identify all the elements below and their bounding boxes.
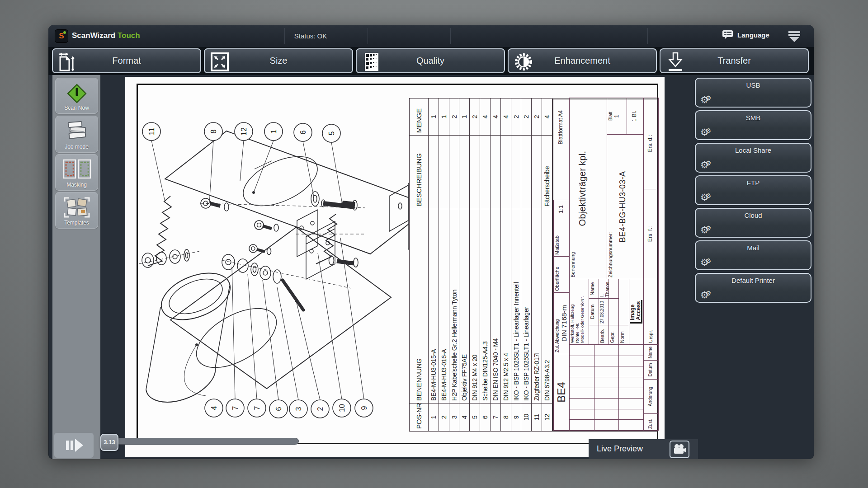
language-selector[interactable]: Language (722, 30, 769, 42)
table-row: 10IKO - BSP 1025SLT1 - Linearlager2 (521, 99, 532, 432)
app-title-main: ScanWizard (72, 31, 115, 40)
table-row: 6Scheibe DIN125-A4.34 (480, 99, 491, 432)
transfer-ftp-label: FTP (696, 179, 811, 187)
transfer-local-share-button[interactable]: Local Share ⚙⚙ (695, 143, 811, 173)
tab-transfer[interactable]: Transfer (660, 48, 809, 73)
titleblock-bearb-name: I. Thanos (599, 279, 609, 299)
pause-play-button[interactable] (54, 433, 94, 458)
transfer-destinations-panel: USB ⚙⚙ SMB ⚙⚙ Local Share ⚙⚙ FTP ⚙⚙ Clou… (665, 75, 814, 459)
transfer-ftp-button[interactable]: FTP ⚙⚙ (695, 175, 811, 205)
balloon-label: 5 (328, 131, 335, 135)
transfer-smb-label: SMB (696, 114, 811, 122)
templates-button[interactable]: Templates (55, 192, 98, 229)
revision-name: Name (643, 344, 659, 361)
balloon-label: 12 (240, 127, 248, 136)
topbar-separator (647, 28, 648, 44)
scan-now-label: Scan Now (56, 105, 98, 111)
tab-size-label: Size (205, 49, 352, 72)
live-preview-camera-button[interactable] (670, 441, 689, 458)
left-sidebar: Scan Now Job mode Masking (52, 75, 100, 459)
balloon-label: 10 (338, 404, 346, 412)
table-row: 12DIN 6798-A3.2Fächerscheibe4 (542, 99, 552, 432)
revision-grid (569, 345, 644, 431)
gears-icon: ⚙⚙ (700, 258, 711, 267)
balloon-label: 8 (210, 129, 217, 133)
balloon-label: 11 (148, 128, 156, 136)
revision-zust: Zust. (643, 413, 659, 431)
tab-transfer-label: Transfer (660, 49, 808, 72)
transfer-smb-button[interactable]: SMB ⚙⚙ (695, 110, 811, 140)
menu-dropdown-button[interactable] (786, 29, 802, 43)
app-title-suffix: Touch (118, 31, 140, 40)
table-row: 8DIN 912 M2.5 x 44 (500, 99, 511, 432)
titleblock-ers-d: Ers. d.: (643, 98, 659, 189)
transfer-usb-button[interactable]: USB ⚙⚙ (695, 78, 811, 108)
language-label: Language (737, 31, 769, 39)
topbar-separator (368, 28, 368, 44)
scan-now-button[interactable]: Scan Now (55, 78, 98, 114)
job-mode-books-icon (64, 120, 90, 143)
balloon-label: 2 (316, 407, 324, 411)
titleblock-drawing-number: Zeichnungsnummer: BE4-BG-HU3-03-A (607, 134, 644, 279)
titleblock-blank-cell (609, 298, 619, 325)
titleblock-be4: BE4 (553, 354, 570, 431)
titleblock-bearb: Bearb. (599, 325, 609, 345)
tab-quality[interactable]: Quality (356, 48, 505, 73)
balloon-label: 4 (210, 406, 218, 410)
titleblock-sheet-count: 1 Bl. (627, 98, 644, 135)
title-block: BE4 Zul. Abweichung DIN 7168-m Oberfläch… (552, 99, 658, 432)
job-mode-button[interactable]: Job mode (55, 116, 98, 153)
gears-icon: ⚙⚙ (700, 95, 711, 105)
table-row: 5DIN 912 M4 x 202 (470, 99, 480, 432)
masking-pages-icon (62, 158, 92, 181)
transfer-mail-button[interactable]: Mail ⚙⚙ (695, 240, 811, 270)
titleblock-designation: Benennung Objektivträger kpl. (569, 98, 607, 279)
titleblock-norm: Norm (618, 325, 629, 345)
transfer-cloud-button[interactable]: Cloud ⚙⚙ (695, 208, 811, 238)
topbar-separator (450, 28, 451, 44)
preview-scrollbar[interactable] (116, 438, 299, 445)
parts-list-table: POS-NR. BENENNUNG BESCHREIBUNG MENGE 1BE… (409, 99, 552, 432)
tab-format[interactable]: Format (52, 48, 201, 73)
status-text: Status: OK (265, 32, 356, 40)
gears-icon: ⚙⚙ (700, 290, 711, 300)
transfer-default-printer-label: Default Printer (696, 277, 811, 284)
titleblock-urspr: Urspr. (643, 279, 659, 345)
table-row: 3H2P Kabelschelle Gr.2 Hellermann Tyton2 (449, 99, 459, 432)
scanned-page: 11 8 12 1 6 5 4 7 7 6 3 2 10 9 POS-NR. (137, 84, 658, 444)
balloon-label: 9 (360, 406, 368, 410)
masking-label: Masking (56, 182, 98, 188)
table-row: 9IKO - BSP 1025SLT1 - Linearlager Innent… (511, 99, 521, 432)
transfer-cloud-label: Cloud (696, 211, 811, 219)
transfer-default-printer-button[interactable]: Default Printer ⚙⚙ (695, 273, 811, 303)
tab-format-label: Format (53, 49, 200, 72)
transfer-local-share-label: Local Share (696, 146, 811, 154)
transfer-mail-label: Mail (696, 244, 811, 252)
revision-datum: Datum (643, 360, 659, 380)
balloon-label: 6 (275, 407, 283, 411)
templates-crop-icon (63, 196, 91, 219)
zoom-value-badge[interactable]: 3.13 (100, 434, 118, 451)
job-mode-label: Job mode (56, 144, 98, 150)
part-designation: Objektivträger kpl. (577, 99, 588, 277)
templates-label: Templates (56, 220, 98, 226)
balloon-label: 7 (231, 406, 239, 410)
parts-header-menge: MENGE (410, 99, 429, 136)
tab-enhancement-label: Enhancement (509, 49, 656, 72)
tab-size[interactable]: Size (204, 48, 353, 73)
language-bubble-icon (722, 30, 734, 40)
tab-quality-label: Quality (357, 49, 504, 72)
tab-enhancement[interactable]: Enhancement (508, 48, 657, 73)
scan-now-diamond-icon (65, 82, 89, 105)
titleblock-material: Werkstoff, Halbzeug Rohteil-Nr. Modell- … (569, 279, 589, 345)
titleblock-sheet: Blatt 1 (607, 98, 627, 135)
scanwizard-window: S ScanWizard Touch Status: OK Language (48, 25, 814, 459)
parts-header-beschreibung: BESCHREIBUNG (410, 136, 429, 209)
video-camera-icon (670, 441, 689, 457)
gears-icon: ⚙⚙ (700, 225, 711, 235)
titleblock-blank-cell (589, 325, 599, 345)
titleblock-gepr: Gepr. (609, 325, 619, 345)
table-row: 11Zugfeder RZ-017I2 (532, 99, 542, 432)
masking-button[interactable]: Masking (55, 154, 98, 191)
table-row: 2BE4-M-HU3-016-A1 (439, 99, 449, 432)
